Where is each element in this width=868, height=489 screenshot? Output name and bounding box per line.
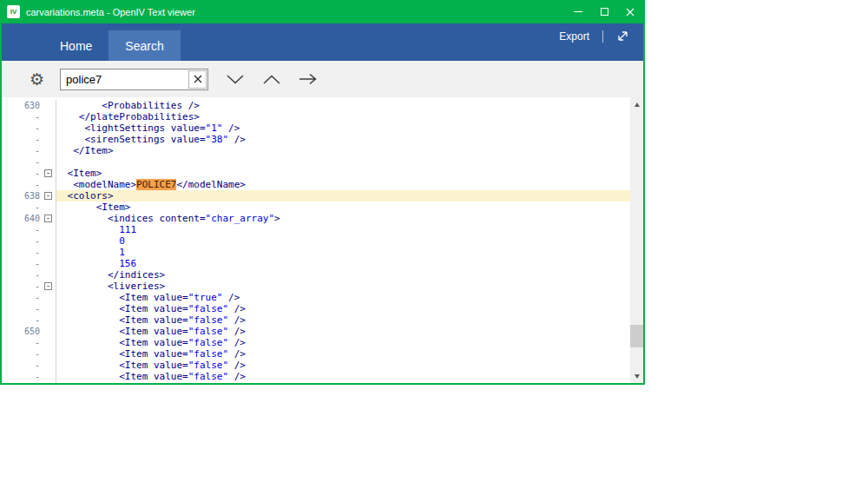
fold-column [42,303,56,314]
code-line[interactable]: - <Item value="false" /> [2,348,630,360]
code-line[interactable]: - <Item value="false" /> [2,303,630,314]
code-line[interactable]: - <sirenSettings value="38" /> [2,134,630,145]
code-text: </indices> [56,269,630,281]
window-title: carvariations.meta - OpenIV Text viewer [26,7,195,17]
tab-home[interactable]: Home [43,30,108,61]
close-icon [626,8,635,17]
code-line[interactable]: - </indices> [2,269,630,281]
maximize-icon [601,8,608,16]
line-number: - [2,360,42,371]
fold-column [42,111,56,122]
code-line[interactable]: -- <Item> [2,168,630,179]
search-toolbar: ⚙ [2,61,643,97]
code-line[interactable]: - <Item value="false" /> [2,337,630,348]
fold-column: - [42,168,56,179]
code-line[interactable]: - <lightSettings value="1" /> [2,122,630,134]
line-number: - [2,314,42,326]
code-line[interactable]: 638- <colors> [2,190,630,202]
search-input[interactable] [60,69,208,90]
code-text: <Item value="true" /> [56,292,630,303]
fold-column [42,202,56,213]
code-line[interactable]: - </plateProbabilities> [2,111,630,122]
line-number: 640 [2,213,42,224]
line-number: - [2,224,42,235]
close-button[interactable] [617,0,643,23]
code-line[interactable]: - <Item value="false" /> [2,382,630,383]
scroll-down-button[interactable] [630,369,643,383]
ribbon-right-actions: Export [559,30,629,43]
line-number: 630 [2,100,42,111]
code-line[interactable]: - [2,156,630,168]
fold-column [42,134,56,145]
ribbon-separator [602,30,603,43]
scroll-up-button[interactable] [630,97,643,111]
code-line[interactable]: - <Item value="false" /> [2,360,630,371]
arrow-right-icon [298,73,319,85]
code-line[interactable]: 650 <Item value="false" /> [2,326,630,337]
go-to-button[interactable] [293,66,323,92]
fold-column [42,235,56,247]
line-number: - [2,156,42,168]
code-line[interactable]: - 156 [2,258,630,269]
line-number: - [2,337,42,348]
code-text: <Item value="false" /> [56,337,630,348]
scrollbar-thumb[interactable] [630,325,643,347]
line-number: - [2,111,42,122]
app-icon: IV [7,5,20,18]
minimize-button[interactable] [565,0,591,23]
fold-column: - [42,190,56,202]
code-line[interactable]: - <Item> [2,202,630,213]
code-line[interactable]: - <Item value="false" /> [2,314,630,326]
code-line[interactable]: - 1 [2,247,630,258]
line-number: 650 [2,326,42,337]
code-line[interactable]: - <Item value="true" /> [2,292,630,303]
code-line[interactable]: - </Item> [2,145,630,156]
expand-button[interactable] [616,30,629,43]
code-line[interactable]: 640- <indices content="char_array"> [2,213,630,224]
code-line[interactable]: - 111 [2,224,630,235]
code-lines: 630 <Probabilities />- </plateProbabilit… [2,97,630,383]
fold-toggle-icon[interactable]: - [44,169,52,177]
code-text: <Item value="false" /> [56,382,630,383]
fold-column: - [42,281,56,292]
code-line[interactable]: - <Item value="false" /> [2,371,630,382]
line-number: - [2,382,42,383]
find-next-button[interactable] [220,66,250,92]
code-line[interactable]: -- <liveries> [2,281,630,292]
code-text: 0 [56,235,630,247]
line-number: - [2,258,42,269]
code-text: <liveries> [56,281,630,292]
line-number: - [2,348,42,360]
chevron-up-icon [262,74,281,85]
code-text: <sirenSettings value="38" /> [56,134,630,145]
expand-icon [616,30,629,43]
fold-column [42,247,56,258]
fold-column [42,258,56,269]
titlebar: IV carvariations.meta - OpenIV Text view… [2,0,643,23]
code-text: <Item> [56,168,630,179]
code-line[interactable]: 630 <Probabilities /> [2,100,630,111]
find-previous-button[interactable] [257,66,286,92]
vertical-scrollbar[interactable] [630,97,643,383]
line-number: - [2,145,42,156]
code-text: <Item value="false" /> [56,303,630,314]
fold-toggle-icon[interactable]: - [44,215,52,222]
code-text: <Item value="false" /> [56,360,630,371]
export-button[interactable]: Export [559,30,589,43]
line-number: - [2,179,42,190]
code-text: <modelName>POLICE7</modelName> [56,179,630,190]
code-line[interactable]: - 0 [2,235,630,247]
settings-gear-button[interactable]: ⚙ [30,71,44,88]
line-number: - [2,122,42,134]
fold-toggle-icon[interactable]: - [44,192,52,200]
maximize-button[interactable] [591,0,617,23]
fold-column [42,145,56,156]
code-editor: 630 <Probabilities />- </plateProbabilit… [2,97,643,383]
fold-toggle-icon[interactable]: - [44,282,52,290]
tab-search[interactable]: Search [108,30,180,61]
ribbon-tabs: Home Search [43,30,181,61]
search-field-wrapper [60,69,208,90]
line-number: - [2,202,42,213]
clear-search-button[interactable] [188,70,207,89]
code-line[interactable]: - <modelName>POLICE7</modelName> [2,179,630,190]
